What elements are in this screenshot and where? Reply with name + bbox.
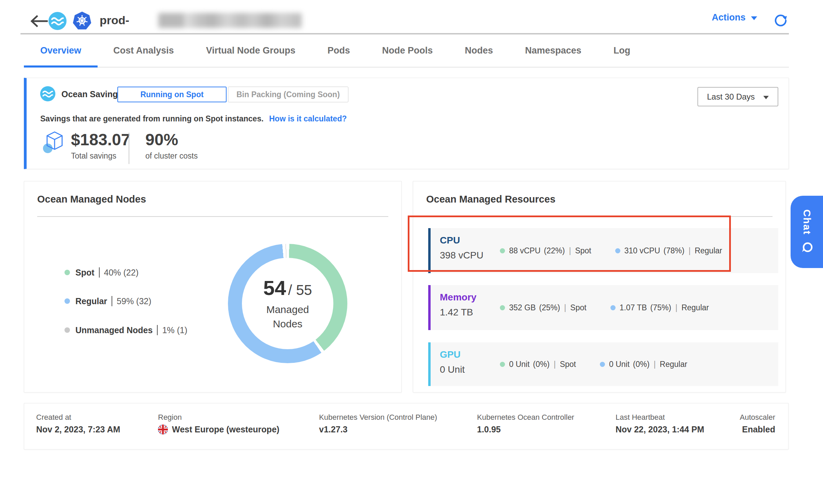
cpu-total: 398 vCPU — [440, 250, 483, 261]
chat-label: Chat — [801, 209, 813, 235]
managed-resources-title: Ocean Managed Resources — [426, 194, 555, 205]
toggle-bin-packing[interactable]: Bin Packing (Coming Soon) — [228, 87, 348, 102]
regular-dot — [64, 298, 70, 304]
total-savings-label: Total savings — [71, 151, 130, 161]
savings-description: Savings that are generated from running … — [40, 114, 347, 123]
resource-row-gpu: GPU 0 Unit 0 Unit (0%) | Spot 0 Unit (0%… — [428, 342, 778, 386]
stat-divider — [129, 133, 129, 164]
legend-item-regular: Regular 59% (32) — [64, 296, 151, 306]
cpu-accent-bar — [428, 228, 431, 273]
page-title: prod- — [100, 14, 129, 27]
managed-nodes-count: 54 — [263, 276, 286, 300]
memory-spot-stat: 352 GB (25%) | Spot — [500, 303, 587, 312]
cpu-regular-stat: 310 vCPU (78%) | Regular — [615, 246, 722, 255]
gpu-accent-bar — [428, 342, 431, 386]
donut-center: 54 / 55 Managed Nodes — [242, 258, 333, 349]
memory-total: 1.42 TB — [440, 307, 473, 318]
resource-row-memory: Memory 1.42 TB 352 GB (25%) | Spot 1.07 … — [428, 285, 778, 330]
cpu-spot-stat: 88 vCPU (22%) | Spot — [500, 246, 591, 255]
gpu-regular-stat: 0 Unit (0%) | Regular — [600, 360, 687, 369]
chevron-down-icon — [763, 96, 769, 99]
ocean-savings-icon — [40, 86, 56, 102]
actions-button[interactable]: Actions — [712, 12, 757, 23]
regular-dot — [615, 248, 620, 253]
ocean-managed-nodes-card: Ocean Managed Nodes Spot 40% (22) Regula… — [24, 181, 402, 392]
legend-separator — [99, 267, 100, 278]
legend-separator — [112, 296, 112, 306]
memory-name: Memory — [440, 292, 476, 303]
chevron-down-icon — [751, 16, 757, 20]
chat-bubble-icon — [800, 241, 814, 254]
how-calculated-link[interactable]: How is it calculated? — [269, 114, 347, 123]
uk-flag-icon — [158, 425, 168, 434]
tab-overview[interactable]: Overview — [40, 45, 81, 56]
actions-label: Actions — [712, 12, 746, 23]
tab-namespaces[interactable]: Namespaces — [525, 45, 581, 56]
gpu-total: 0 Unit — [440, 364, 465, 375]
ocean-savings-banner: Ocean Savings: Running on Spot Bin Packi… — [24, 78, 789, 169]
tab-virtual-node-groups[interactable]: Virtual Node Groups — [206, 45, 295, 56]
header: prod- Actions — [0, 0, 823, 34]
ocean-savings-label: Ocean Savings: — [61, 89, 126, 99]
ocean-managed-resources-card: Ocean Managed Resources CPU 398 vCPU 88 … — [413, 181, 786, 392]
ocean-logo-icon — [48, 11, 67, 31]
gpu-spot-stat: 0 Unit (0%) | Spot — [500, 360, 576, 369]
spot-dot — [500, 305, 505, 310]
tab-bar: Overview Cost Analysis Virtual Node Grou… — [24, 34, 789, 68]
unmanaged-dot — [64, 327, 70, 333]
refresh-icon[interactable] — [773, 13, 788, 28]
tab-node-pools[interactable]: Node Pools — [382, 45, 433, 56]
tab-log[interactable]: Log — [613, 45, 630, 56]
managed-nodes-center-label: Managed Nodes — [257, 302, 318, 331]
autoscaler-status: Enabled — [742, 425, 775, 434]
toggle-running-on-spot[interactable]: Running on Spot — [117, 87, 227, 102]
savings-toggle-group: Running on Spot Bin Packing (Coming Soon… — [117, 87, 348, 102]
managed-nodes-donut-chart: 54 / 55 Managed Nodes — [228, 244, 347, 363]
cluster-cost-percent-value: 90% — [145, 130, 198, 149]
cluster-info-bar: Created at Nov 2, 2023, 7:23 AM Region W… — [24, 403, 789, 449]
cluster-cost-percent-stat: 90% of cluster costs — [145, 130, 198, 161]
back-arrow-icon[interactable] — [29, 14, 49, 29]
legend-item-unmanaged: Unmanaged Nodes 1% (1) — [64, 325, 187, 335]
gpu-name: GPU — [440, 349, 461, 360]
spot-dot — [500, 362, 505, 367]
tab-cost-analysis[interactable]: Cost Analysis — [113, 45, 174, 56]
regular-dot — [600, 362, 605, 367]
cluster-cost-percent-label: of cluster costs — [145, 151, 198, 161]
ocean-cluster-overview-page: prod- Actions Overview Cost Analysis Vir… — [0, 0, 823, 504]
tab-nodes[interactable]: Nodes — [465, 45, 493, 56]
savings-cube-icon — [42, 129, 67, 156]
period-dropdown[interactable]: Last 30 Days — [697, 87, 778, 106]
resource-row-cpu: CPU 398 vCPU 88 vCPU (22%) | Spot 310 vC… — [428, 228, 778, 273]
total-savings-stat: $183.07 Total savings — [71, 130, 130, 161]
kubernetes-logo-icon — [72, 11, 92, 31]
cpu-name: CPU — [440, 235, 460, 246]
card-divider — [426, 216, 773, 217]
managed-nodes-title: Ocean Managed Nodes — [37, 194, 146, 205]
spot-dot — [64, 270, 70, 275]
legend-item-spot: Spot 40% (22) — [64, 267, 139, 278]
memory-regular-stat: 1.07 TB (75%) | Regular — [610, 303, 709, 312]
chat-button[interactable]: Chat — [791, 196, 823, 268]
active-tab-underline — [24, 65, 98, 68]
tab-pods[interactable]: Pods — [328, 45, 350, 56]
legend-separator — [157, 325, 158, 335]
title-redacted-blur — [158, 13, 302, 28]
memory-accent-bar — [428, 285, 431, 330]
total-savings-value: $183.07 — [71, 130, 130, 149]
regular-dot — [610, 305, 616, 310]
card-divider — [37, 216, 388, 217]
managed-nodes-total: / 55 — [288, 282, 312, 298]
spot-dot — [500, 248, 505, 253]
period-dropdown-value: Last 30 Days — [707, 92, 755, 102]
